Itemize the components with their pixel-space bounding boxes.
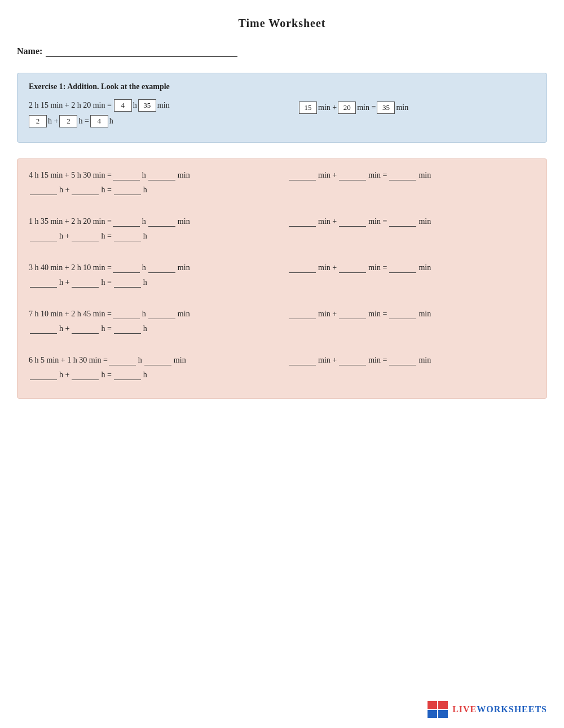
problem-3-pair: 3 h 40 min + 2 h 10 min = h min h + h = …	[29, 263, 535, 292]
p1-equation: 4 h 15 min + 5 h 30 min =	[29, 171, 112, 180]
problem-2-left: 1 h 35 min + 2 h 20 min = h min h + h = …	[29, 217, 276, 246]
name-underline	[46, 46, 237, 57]
unit-min1: min	[157, 101, 170, 110]
p3-min-blank	[148, 263, 175, 273]
p2-equation: 1 h 35 min + 2 h 20 min =	[29, 217, 112, 226]
problem-4-row1: 7 h 10 min + 2 h 45 min = h min	[29, 309, 276, 319]
ex-h1[interactable]: 2	[29, 115, 47, 127]
problem-1-left: 4 h 15 min + 5 h 30 min = h min h + h = …	[29, 170, 276, 200]
p5-equation: 6 h 5 min + 1 h 30 min =	[29, 356, 108, 365]
problem-2-pair: 1 h 35 min + 2 h 20 min = h min h + h = …	[29, 217, 535, 246]
problem-block-2: 1 h 35 min + 2 h 20 min = h min h + h = …	[29, 217, 535, 246]
p5-min-blank	[144, 355, 171, 365]
logo-sq2	[438, 701, 448, 709]
unit-h1: h	[133, 101, 137, 110]
p3-h-blank	[113, 263, 140, 273]
logo-sq3	[428, 710, 437, 718]
branding: LIVEWORKSHEETS	[428, 701, 547, 718]
p5-h3	[114, 370, 141, 380]
exercise1-box: Exercise 1: Addition. Look at the exampl…	[17, 73, 547, 143]
p2-m1	[289, 217, 316, 227]
p2-m2	[339, 217, 366, 227]
problem-1-right: min + min = min	[276, 170, 535, 180]
practice-box: 4 h 15 min + 5 h 30 min = h min h + h = …	[17, 158, 547, 399]
p1-m2	[339, 170, 366, 180]
ex-min1[interactable]: 15	[299, 102, 317, 114]
brand-sheets: SHEETS	[509, 704, 547, 714]
problem-5-left: 6 h 5 min + 1 h 30 min = h min h + h = h	[29, 355, 276, 385]
p3-h3	[114, 277, 141, 288]
p1-h3	[114, 185, 141, 195]
p5-h2	[72, 370, 99, 380]
brand-live: LIVE	[452, 704, 477, 714]
problem-4-pair: 7 h 10 min + 2 h 45 min = h min h + h = …	[29, 309, 535, 338]
p2-min-blank	[148, 217, 175, 227]
p5-h1	[30, 370, 57, 380]
problem-3-left: 3 h 40 min + 2 h 10 min = h min h + h = …	[29, 263, 276, 292]
p5-m2	[339, 355, 366, 365]
problem-4-right: min + min = min	[276, 309, 535, 319]
name-label: Name:	[17, 46, 42, 56]
problem-1-row1: 4 h 15 min + 5 h 30 min = h min	[29, 170, 276, 180]
p4-h1	[30, 324, 57, 334]
problem-2-right: min + min = min	[276, 217, 535, 227]
brand-text: LIVEWORKSHEETS	[452, 704, 547, 714]
problem-3-row1: 3 h 40 min + 2 h 10 min = h min	[29, 263, 276, 273]
example-section: 2 h 15 min + 2 h 20 min = 4 h 35 min 2 h…	[29, 99, 535, 131]
problem-1-pair: 4 h 15 min + 5 h 30 min = h min h + h = …	[29, 170, 535, 200]
problem-3-row2: h + h = h	[29, 277, 276, 288]
p4-m1	[289, 309, 316, 319]
p2-h-blank	[113, 217, 140, 227]
p3-h1	[30, 277, 57, 288]
p5-m1	[289, 355, 316, 365]
logo-sq4	[438, 710, 448, 718]
p3-m1	[289, 263, 316, 273]
problem-block-3: 3 h 40 min + 2 h 10 min = h min h + h = …	[29, 263, 535, 292]
p5-h-blank	[109, 355, 136, 365]
problem-block-5: 6 h 5 min + 1 h 30 min = h min h + h = h	[29, 355, 535, 385]
p4-m3	[389, 309, 416, 319]
problem-5-pair: 6 h 5 min + 1 h 30 min = h min h + h = h	[29, 355, 535, 385]
example-right: 15 min + 20 min = 35 min	[299, 99, 535, 114]
page-title: Time Worksheet	[17, 17, 547, 30]
ex-h2[interactable]: 2	[59, 115, 77, 127]
problem-4-row2: h + h = h	[29, 324, 276, 334]
p1-h2	[72, 185, 99, 195]
logo-sq1	[428, 701, 437, 709]
p4-equation: 7 h 10 min + 2 h 45 min =	[29, 310, 112, 319]
problem-3-right: min + min = min	[276, 263, 535, 273]
example-answer-min[interactable]: 35	[138, 99, 156, 112]
problem-5-row1: 6 h 5 min + 1 h 30 min = h min	[29, 355, 276, 365]
p4-min-blank	[148, 309, 175, 319]
name-field-row: Name:	[17, 46, 547, 57]
problem-2-row1: 1 h 35 min + 2 h 20 min = h min	[29, 217, 276, 227]
problem-block-1: 4 h 15 min + 5 h 30 min = h min h + h = …	[29, 170, 535, 200]
p4-m2	[339, 309, 366, 319]
brand-work: WORK	[477, 704, 508, 714]
p4-h2	[72, 324, 99, 334]
ex-min2[interactable]: 20	[338, 102, 356, 114]
problem-5-right: min + min = min	[276, 355, 535, 365]
problem-5-row2: h + h = h	[29, 370, 276, 380]
brand-logo	[428, 701, 448, 718]
exercise1-label: Exercise 1: Addition. Look at the exampl…	[29, 82, 535, 91]
problem-block-4: 7 h 10 min + 2 h 45 min = h min h + h = …	[29, 309, 535, 338]
p3-m3	[389, 263, 416, 273]
p1-m3	[389, 170, 416, 180]
problem-2-row2: h + h = h	[29, 231, 276, 241]
example-row1: 2 h 15 min + 2 h 20 min = 4 h 35 min	[29, 99, 265, 112]
p4-h3	[114, 324, 141, 334]
p1-h1	[30, 185, 57, 195]
p3-equation: 3 h 40 min + 2 h 10 min =	[29, 263, 112, 272]
p5-m3	[389, 355, 416, 365]
p3-h2	[72, 277, 99, 288]
ex-min3[interactable]: 35	[377, 102, 395, 114]
problem-1-row2: h + h = h	[29, 185, 276, 195]
p1-min-blank	[148, 170, 175, 180]
p2-m3	[389, 217, 416, 227]
p1-m1	[289, 170, 316, 180]
ex-h3[interactable]: 4	[90, 115, 108, 127]
example-row2-left: 2 h + 2 h = 4 h	[29, 115, 265, 127]
example-answer-h[interactable]: 4	[114, 99, 132, 112]
p4-h-blank	[113, 309, 140, 319]
